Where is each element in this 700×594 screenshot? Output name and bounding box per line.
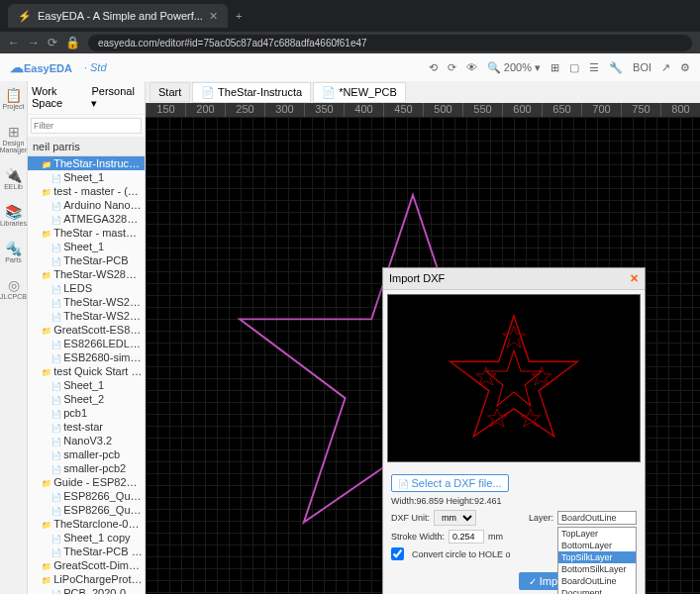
tree-item[interactable]: Arduino Nano Playboard [28,198,145,212]
personal-dropdown[interactable]: Personal ▾ [91,85,141,110]
layer-label: Layer: [529,513,553,523]
tree-item[interactable]: ESP8266_Quickly_Design [28,503,145,517]
tree-item[interactable]: TheStar-WS212-sch [28,295,145,309]
tree-item[interactable]: ESP8266_Quickly_Design [28,489,145,503]
convert-checkbox[interactable] [391,547,404,560]
stroke-input[interactable] [449,530,484,544]
layer-option[interactable]: BoardOutLine [558,575,636,587]
layer-option[interactable]: TopSilkLayer [558,551,636,563]
toolbar: ⟲ ⟳ 👁 🔍 200% ▾ ⊞ ▢ ☰ 🔧 BOI ↗ ⚙ [429,61,690,74]
tree-item[interactable]: Sheet_1 copy [28,531,145,544]
layer-option[interactable]: Document [558,587,636,594]
tree-item[interactable]: Sheet_2 [28,392,145,406]
tree-item[interactable]: Sheet_1 [28,170,145,184]
tree-item[interactable]: Sheet_1 [28,378,145,392]
tree-item[interactable]: TheStar - master - (Neil Parris) [28,226,145,240]
new-tab-button[interactable]: + [236,10,242,22]
unit-label: DXF Unit: [391,513,430,523]
svg-marker-5 [532,367,551,385]
rail-project[interactable]: 📋Project [3,87,25,110]
tree-item[interactable]: test-star [28,420,145,434]
tab-newpcb[interactable]: 📄 *NEW_PCB [313,82,406,103]
tree-item[interactable]: ES8266LEDLight [28,337,145,350]
box-icon[interactable]: ▢ [569,61,579,74]
undo-icon[interactable]: ⟲ [429,61,438,74]
project-tree: neil parris TheStar-Instructables - mast… [28,138,145,594]
sidebar: Work Space Personal ▾ neil parris TheSta… [28,81,146,594]
import-dxf-dialog: Import DXF ✕ 📄 Select a DXF [382,267,646,594]
select-file-button[interactable]: 📄 Select a DXF file... [391,474,509,492]
tree-item[interactable]: TheStar-WS2812B - master - (N [28,267,145,281]
layer-option[interactable]: TopLayer [558,528,636,540]
tree-item[interactable]: GreatScott-Dimmer - master - (Nei [28,558,145,572]
tab-title: EasyEDA - A Simple and Powerf... [38,10,203,22]
tree-item[interactable]: TheStar-PCB [28,253,145,267]
dimensions-label: Width:96.859 Height:92.461 [391,496,502,506]
layer-option[interactable]: BottomSilkLayer [558,563,636,575]
boi-label[interactable]: BOI [633,61,651,74]
layer-option[interactable]: BottomLayer [558,540,636,551]
forward-button[interactable]: → [28,36,40,50]
tree-item[interactable]: ATMEGA328P-rotation-test [28,212,145,226]
dxf-preview [387,294,641,462]
tree-item[interactable]: smaller-pcb2 [28,461,145,475]
export-icon[interactable]: ↗ [661,61,670,74]
svg-marker-4 [476,367,496,385]
zoom-dropdown[interactable]: 🔍 200% ▾ [487,61,541,74]
layers-icon[interactable]: ☰ [589,61,599,74]
tree-item[interactable]: TheStar-Instructables - master - (N [28,156,145,170]
url-bar: ← → ⟳ 🔒 easyeda.com/editor#id=75ac05c87a… [0,32,700,53]
tree-item[interactable]: GreatScott-ES8266LEDLight - mast [28,323,145,337]
browser-tab[interactable]: ⚡ EasyEDA - A Simple and Powerf... ✕ [8,4,228,28]
tree-item[interactable]: TheStar-PCB copy [28,544,145,558]
canvas-area: Start 📄 TheStar-Instructa 📄 *NEW_PCB 150… [146,81,700,594]
close-icon[interactable]: ✕ [630,272,639,285]
tree-item[interactable]: PCB_2020-02-04 23.37:14 [28,586,145,594]
svg-marker-3 [503,326,525,347]
layer-dropdown[interactable]: BoardOutLine TopLayerBottomLayerTopSilkL… [557,511,637,525]
grid-icon[interactable]: ⊞ [550,61,559,74]
document-tabs: Start 📄 TheStar-Instructa 📄 *NEW_PCB [146,81,700,103]
lock-icon: 🔒 [65,36,80,50]
reload-button[interactable]: ⟳ [48,36,57,50]
rail-parts[interactable]: 🔩Parts [5,241,22,263]
tree-item[interactable]: pcb1 [28,406,145,420]
ruler-horizontal: 1502002503003504004505005506006507007508… [146,103,700,117]
tree-item[interactable]: test - master - (Neil Parris) [28,184,145,198]
rail-libraries[interactable]: 📚Libraries [0,204,27,227]
browser-tab-bar: ⚡ EasyEDA - A Simple and Powerf... ✕ + [0,0,700,32]
tree-item[interactable]: Sheet_1 [28,240,145,253]
stroke-unit: mm [488,532,503,542]
dialog-title: Import DXF [389,272,445,285]
unit-select[interactable]: mm [434,510,476,526]
workspace-label: Work Space [32,85,87,110]
wrench-icon[interactable]: 🔧 [609,61,623,74]
url-input[interactable]: easyeda.com/editor#id=75ac05c87ad47c688a… [88,35,692,51]
close-icon[interactable]: ✕ [209,10,218,23]
tree-item[interactable]: test Quick Start to EasyEDA - mast [28,364,145,378]
user-section[interactable]: neil parris [28,138,145,156]
tree-item[interactable]: TheStar-WS2812-PCB [28,309,145,323]
tab-favicon: ⚡ [18,10,32,23]
tree-item[interactable]: Guide - ESP8266_Quickly_Design [28,475,145,489]
back-button[interactable]: ← [8,36,20,50]
tree-item[interactable]: smaller-pcb [28,447,145,461]
redo-icon[interactable]: ⟳ [448,61,456,74]
tree-item[interactable]: LEDS [28,281,145,295]
app-edition: · Std [84,61,107,73]
filter-input[interactable] [31,118,142,134]
tree-item[interactable]: NanoV3.2 [28,434,145,447]
tree-item[interactable]: ESB2680-simple [28,350,145,364]
tab-thestar[interactable]: 📄 TheStar-Instructa [192,82,311,103]
rail-design-manager[interactable]: ⊞Design Manager [0,124,27,153]
rail-eelib[interactable]: 🔌EELib [4,167,23,190]
stroke-label: Stroke Width: [391,532,445,542]
gear-icon[interactable]: ⚙ [680,61,690,74]
tree-item[interactable]: TheStarclone-07022020) - master [28,517,145,531]
tab-start[interactable]: Start [150,82,190,102]
eye-icon[interactable]: 👁 [466,61,477,74]
svg-marker-1 [450,316,578,437]
tree-item[interactable]: LiPoChargeProtect - master - (Nei [28,572,145,586]
left-rail: 📋Project⊞Design Manager🔌EELib📚Libraries🔩… [0,81,28,594]
rail-jlcpcb[interactable]: ◎JLCPCB [0,277,27,300]
